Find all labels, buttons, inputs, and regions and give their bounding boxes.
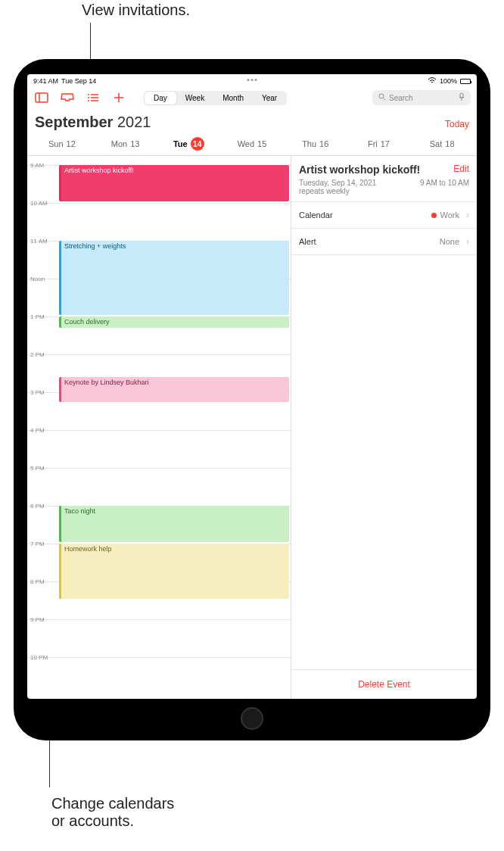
callout-bottom: Change calendars or accounts. — [51, 795, 174, 830]
edit-button[interactable]: Edit — [453, 164, 469, 174]
delete-event-button[interactable]: Delete Event — [291, 669, 477, 699]
seg-week[interactable]: Week — [176, 92, 213, 104]
weekday-cell[interactable]: Mon13 — [94, 137, 157, 151]
svg-point-10 — [379, 94, 384, 98]
detail-calendar-value: Work — [440, 210, 459, 220]
hour-line — [27, 657, 291, 658]
content-area: 9 AM10 AM11 AMNoon1 PM2 PM3 PM4 PM5 PM6 … — [27, 156, 477, 699]
search-field[interactable]: Search — [372, 90, 471, 105]
detail-alert-label: Alert — [299, 237, 316, 246]
weekday-row: Sun12Mon13Tue14Wed15Thu16Fri17Sat18 — [27, 134, 477, 156]
weekday-num: 14 — [191, 137, 204, 151]
hour-label: 9 AM — [30, 162, 44, 169]
calendar-event[interactable]: Taco night — [59, 506, 289, 542]
weekday-label: Wed — [238, 139, 254, 148]
svg-point-2 — [88, 94, 89, 95]
hour-label: 6 PM — [30, 503, 45, 510]
seg-day[interactable]: Day — [145, 92, 176, 104]
search-placeholder: Search — [389, 94, 413, 102]
ipad-screen: 9:41 AM Tue Sep 14 100% — [27, 74, 477, 699]
wifi-icon — [428, 77, 437, 86]
sidebar-icon[interactable] — [33, 89, 50, 106]
inbox-icon[interactable] — [59, 89, 76, 106]
weekday-num: 16 — [319, 139, 328, 148]
seg-month[interactable]: Month — [213, 92, 253, 104]
calendar-color-dot — [431, 213, 437, 218]
hour-label: 2 PM — [30, 351, 45, 358]
add-icon[interactable] — [110, 89, 127, 106]
svg-rect-0 — [36, 93, 48, 102]
weekday-cell[interactable]: Tue14 — [157, 137, 220, 151]
weekday-num: 18 — [445, 139, 454, 148]
weekday-label: Sat — [430, 139, 443, 148]
weekday-cell[interactable]: Wed15 — [220, 137, 284, 151]
svg-point-6 — [88, 100, 89, 101]
weekday-label: Thu — [302, 139, 316, 148]
hour-label: Noon — [30, 276, 45, 282]
weekday-label: Mon — [111, 139, 127, 148]
weekday-num: 13 — [130, 139, 139, 148]
hour-label: 9 PM — [30, 616, 45, 623]
detail-calendar-row[interactable]: Calendar Work › — [291, 202, 477, 229]
weekday-cell[interactable]: Thu16 — [284, 137, 347, 151]
hour-label: 10 AM — [30, 200, 48, 207]
detail-alert-row[interactable]: Alert None › — [291, 229, 477, 255]
detail-alert-value: None — [440, 237, 459, 246]
mic-icon[interactable] — [459, 92, 465, 103]
view-segment[interactable]: Day Week Month Year — [144, 91, 287, 105]
hour-line — [27, 430, 291, 431]
detail-time: 9 AM to 10 AM — [420, 179, 469, 195]
weekday-cell[interactable]: Sat18 — [410, 137, 474, 151]
svg-rect-12 — [460, 93, 463, 98]
callout-top: View invitations. — [82, 2, 190, 19]
svg-point-4 — [88, 97, 89, 98]
hour-label: 3 PM — [30, 389, 45, 396]
weekday-label: Sun — [48, 139, 64, 148]
hour-line — [27, 203, 291, 204]
timeline[interactable]: 9 AM10 AM11 AMNoon1 PM2 PM3 PM4 PM5 PM6 … — [27, 156, 291, 699]
detail-repeats: repeats weekly — [299, 187, 376, 195]
multitask-dots[interactable] — [247, 79, 257, 81]
hour-label: 11 AM — [30, 238, 48, 245]
month-header: September 2021 Today — [27, 109, 477, 134]
weekday-label: Tue — [173, 139, 188, 148]
search-icon — [378, 93, 386, 102]
weekday-label: Fri — [368, 139, 378, 148]
calendar-event[interactable]: Stretching + weights — [59, 241, 289, 315]
hour-label: 4 PM — [30, 427, 45, 434]
battery-icon — [460, 79, 471, 84]
today-button[interactable]: Today — [445, 119, 469, 129]
status-date: Tue Sep 14 — [61, 77, 96, 85]
detail-date: Tuesday, Sep 14, 2021 — [299, 179, 376, 187]
hour-label: 7 PM — [30, 541, 45, 547]
event-detail-panel: Artist workshop kickoff! Edit Tuesday, S… — [291, 156, 477, 699]
hour-line — [27, 354, 291, 355]
calendar-event[interactable]: Artist workshop kickoff! — [59, 165, 289, 201]
hour-line — [27, 468, 291, 469]
weekday-num: 12 — [67, 139, 76, 148]
calendar-event[interactable]: Homework help — [59, 544, 289, 599]
hour-label: 10 PM — [30, 654, 48, 661]
status-time: 9:41 AM — [33, 77, 58, 85]
list-icon[interactable] — [85, 89, 101, 106]
chevron-right-icon: › — [466, 210, 469, 220]
seg-year[interactable]: Year — [253, 92, 286, 104]
weekday-cell[interactable]: Sun12 — [30, 137, 94, 151]
calendar-event[interactable]: Keynote by Lindsey Bukhari — [59, 377, 289, 402]
home-button[interactable] — [241, 707, 263, 730]
page-title: September 2021 — [35, 114, 151, 131]
hour-line — [27, 619, 291, 620]
ipad-frame: 9:41 AM Tue Sep 14 100% — [14, 59, 490, 740]
toolbar: Day Week Month Year Search — [27, 86, 477, 109]
battery-pct: 100% — [440, 77, 457, 85]
chevron-right-icon: › — [466, 236, 469, 247]
hour-label: 5 PM — [30, 465, 45, 472]
detail-title: Artist workshop kickoff! — [299, 164, 453, 176]
weekday-cell[interactable]: Fri17 — [347, 137, 411, 151]
hour-label: 8 PM — [30, 578, 45, 585]
detail-calendar-label: Calendar — [299, 210, 333, 220]
calendar-event[interactable]: Couch delivery — [59, 316, 289, 328]
weekday-num: 17 — [381, 139, 390, 148]
svg-line-11 — [384, 98, 385, 100]
hour-label: 1 PM — [30, 313, 45, 320]
